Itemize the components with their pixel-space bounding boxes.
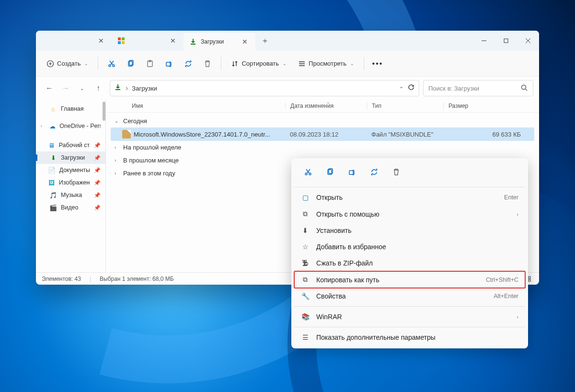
minimize-button[interactable]	[473, 31, 495, 51]
pin-icon: 📌	[94, 142, 101, 149]
copy-button[interactable]	[122, 55, 139, 72]
forward-button[interactable]: →	[58, 81, 73, 96]
pin-icon: 📌	[94, 192, 101, 198]
separator	[294, 327, 525, 327]
svg-point-16	[522, 85, 526, 89]
ctx-favorite[interactable]: ☆ Добавить в избранное	[294, 239, 525, 255]
rename-button[interactable]	[161, 55, 178, 72]
chevron-right-icon: ›	[115, 158, 120, 163]
tab-downloads[interactable]: Загрузки ✕	[184, 33, 255, 51]
chevron-right-icon: ›	[115, 145, 120, 150]
ctx-install[interactable]: ⬇ Установить	[294, 222, 525, 239]
column-headers: Имя ⌄Дата изменения Тип Размер	[106, 100, 539, 113]
sidebar-item-video[interactable]: 🎬 Видео 📌	[36, 201, 105, 214]
delete-button[interactable]	[199, 55, 216, 72]
search-icon	[520, 84, 528, 93]
new-button[interactable]: Создать ⌄	[42, 57, 93, 70]
search-input[interactable]: Поиск в: Загрузки	[423, 80, 533, 96]
refresh-button[interactable]	[407, 83, 415, 93]
video-icon: 🎬	[49, 204, 57, 211]
more-button[interactable]: •••	[369, 55, 386, 72]
chevron-down-icon[interactable]: ⌄	[399, 83, 403, 93]
sort-label: Сортировать	[242, 60, 279, 67]
column-type[interactable]: Тип	[367, 103, 443, 109]
ctx-open[interactable]: ▢ Открыть Enter	[294, 189, 525, 206]
sidebar-item-home[interactable]: ⌂ Главная	[36, 103, 105, 115]
paste-button[interactable]	[141, 55, 159, 72]
breadcrumb[interactable]: Загрузки	[132, 85, 157, 92]
close-button[interactable]	[517, 31, 539, 51]
cut-button[interactable]	[103, 55, 120, 72]
ctx-properties[interactable]: 🔧 Свойства Alt+Enter	[294, 288, 525, 304]
share-button[interactable]	[180, 55, 197, 72]
pictures-icon: 🖼	[48, 179, 55, 186]
column-name[interactable]: Имя	[127, 103, 285, 109]
file-row[interactable]: Microsoft.WindowsStore_22307.1401.7.0_ne…	[111, 127, 534, 141]
sidebar-item-pictures[interactable]: 🖼 Изображения 📌	[36, 176, 105, 189]
context-menu: ▢ Открыть Enter ⧉ Открыть с помощью › ⬇ …	[291, 158, 528, 348]
expand-icon[interactable]: ›	[41, 124, 45, 128]
delete-button[interactable]	[387, 164, 405, 180]
navbar: ← → ⌄ ↑ › Загрузки ⌄ Поиск в: Загрузки	[36, 77, 539, 100]
svg-rect-18	[529, 277, 530, 278]
chevron-down-icon: ⌄	[350, 61, 354, 66]
toolbar: Создать ⌄ Сортировать ⌄ Просмотреть ⌄ ••…	[36, 51, 539, 77]
sidebar-item-downloads[interactable]: ⬇ Загрузки 📌	[36, 151, 105, 164]
sidebar-item-label: Видео	[61, 204, 79, 211]
more-icon: ☰	[301, 334, 310, 341]
close-icon[interactable]: ✕	[240, 37, 250, 46]
ctx-winrar[interactable]: 📚 WinRAR ›	[294, 309, 525, 325]
winrar-icon: 📚	[301, 313, 310, 321]
ctx-open-with[interactable]: ⧉ Открыть с помощью ›	[294, 206, 525, 222]
recent-button[interactable]: ⌄	[74, 81, 90, 96]
sort-button[interactable]: Сортировать ⌄	[226, 57, 291, 70]
close-icon[interactable]: ✕	[168, 36, 178, 46]
desktop-icon: 🖥	[48, 141, 55, 149]
group-lastweek[interactable]: ›На прошлой неделе	[111, 141, 534, 154]
group-today[interactable]: ⌄Сегодня	[111, 115, 534, 127]
star-icon: ☆	[301, 243, 310, 251]
titlebar: ✕ ✕ Загрузки ✕ ＋	[36, 31, 539, 51]
sort-desc-icon: ⌄	[326, 100, 330, 104]
pin-icon: 📌	[94, 180, 101, 186]
column-date[interactable]: ⌄Дата изменения	[285, 103, 367, 109]
path-icon: ⧉	[301, 276, 310, 284]
music-icon: 🎵	[49, 191, 57, 199]
svg-rect-1	[122, 37, 125, 40]
svg-point-21	[305, 173, 307, 175]
cut-button[interactable]	[299, 164, 317, 180]
svg-rect-2	[118, 41, 121, 44]
tab-label: Загрузки	[201, 38, 224, 45]
sidebar: ⌂ Главная › ☁ OneDrive - Persc 🖥 Рабочий…	[36, 100, 106, 272]
svg-point-9	[109, 65, 111, 67]
share-button[interactable]	[365, 164, 383, 180]
download-icon	[114, 83, 122, 93]
view-button[interactable]: Просмотреть ⌄	[293, 57, 359, 70]
sidebar-item-music[interactable]: 🎵 Музыка 📌	[36, 189, 105, 201]
copy-button[interactable]	[321, 164, 339, 180]
open-icon: ▢	[301, 194, 310, 201]
chevron-right-icon: ›	[517, 211, 518, 217]
rename-button[interactable]	[343, 164, 361, 180]
ctx-more-options[interactable]: ☰ Показать дополнительные параметры	[294, 329, 525, 346]
back-button[interactable]: ←	[42, 81, 57, 96]
wrench-icon: 🔧	[301, 292, 310, 300]
sidebar-item-documents[interactable]: 📄 Документы 📌	[36, 164, 105, 176]
sidebar-item-desktop[interactable]: 🖥 Рабочий стол 📌	[36, 139, 105, 151]
new-tab-button[interactable]: ＋	[255, 31, 275, 51]
column-size[interactable]: Размер	[443, 103, 529, 109]
view-label: Просмотреть	[309, 60, 346, 67]
close-icon[interactable]: ✕	[96, 36, 106, 46]
chevron-down-icon: ⌄	[115, 118, 120, 124]
sidebar-item-onedrive[interactable]: › ☁ OneDrive - Persc	[36, 120, 105, 132]
maximize-button[interactable]	[495, 31, 517, 51]
tab-1[interactable]: ✕	[40, 31, 112, 51]
up-button[interactable]: ↑	[91, 81, 106, 96]
ctx-copy-path[interactable]: ⧉ Копировать как путь Ctrl+Shift+C	[294, 271, 525, 288]
address-bar[interactable]: › Загрузки ⌄	[110, 80, 419, 96]
tab-2[interactable]: ✕	[112, 31, 184, 51]
context-icon-row	[294, 161, 525, 185]
ctx-zip[interactable]: 🗜 Сжать в ZIP-файл	[294, 255, 525, 271]
pin-icon: 📌	[94, 167, 101, 173]
chevron-down-icon: ⌄	[84, 61, 88, 66]
